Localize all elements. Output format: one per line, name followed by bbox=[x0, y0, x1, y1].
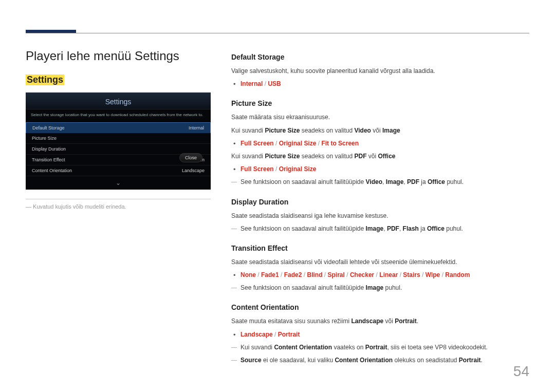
opt-internal: Internal bbox=[240, 80, 263, 87]
device-inner: Settings Select the storage location tha… bbox=[26, 92, 211, 190]
list-item: Landscape / Portrait bbox=[240, 330, 529, 340]
right-column: Default Storage Valige salvestuskoht, ku… bbox=[231, 49, 529, 377]
note-content-orientation-1: Kui suvandi Content Orientation vaateks … bbox=[231, 343, 529, 352]
device-row-value: Landscape bbox=[182, 168, 205, 173]
footnote-text: Kuvatud kujutis võib mudeliti erineda. bbox=[33, 203, 126, 210]
heading-picture-size: Picture Size bbox=[231, 99, 529, 107]
header-accent-bar bbox=[26, 30, 76, 33]
desc-picture-size-2: Kui suvandi Picture Size seadeks on vali… bbox=[231, 126, 529, 136]
separator: / bbox=[265, 80, 266, 87]
header-rule bbox=[26, 33, 529, 33]
desc-default-storage: Valige salvestuskoht, kuhu soovite plane… bbox=[231, 66, 529, 76]
opt-usb: USB bbox=[268, 80, 281, 87]
device-row-label: Content Orientation bbox=[32, 168, 72, 173]
opts-picture-size-b: Full Screen / Original Size bbox=[231, 164, 529, 174]
page-number: 54 bbox=[513, 363, 529, 380]
device-row-picture-size: Picture Size bbox=[26, 133, 211, 144]
note-picture-size: See funktsioon on saadaval ainult failit… bbox=[231, 177, 529, 187]
desc-picture-size-3: Kui suvandi Picture Size seadeks on vali… bbox=[231, 152, 529, 161]
heading-default-storage: Default Storage bbox=[231, 53, 529, 61]
note-display-duration: See funktsioon on saadaval ainult failit… bbox=[231, 224, 529, 234]
close-button: Close bbox=[179, 153, 202, 162]
note-content-orientation-2: Source ei ole saadaval, kui valiku Conte… bbox=[231, 356, 529, 365]
list-item: Full Screen / Original Size bbox=[240, 164, 529, 174]
page-title: Playeri lehe menüü Settings bbox=[26, 49, 211, 63]
list-item: Full Screen / Original Size / Fit to Scr… bbox=[240, 139, 529, 148]
opts-default-storage: Internal / USB bbox=[231, 79, 529, 89]
desc-picture-size-1: Saate määrata sisu ekraanisuuruse. bbox=[231, 113, 529, 122]
page-content: Playeri lehe menüü Settings Settings Set… bbox=[26, 49, 529, 377]
list-item: Internal / USB bbox=[240, 79, 529, 89]
section-highlight: Settings bbox=[26, 74, 64, 85]
desc-display-duration: Saate seadistada slaidiseansi iga lehe k… bbox=[231, 211, 529, 221]
list-item: None / Fade1 / Fade2 / Blind / Spiral / … bbox=[240, 270, 529, 280]
device-row-label: Picture Size bbox=[32, 136, 57, 141]
device-row-content-orientation: Content Orientation Landscape bbox=[26, 165, 211, 176]
device-row-label: Display Duration bbox=[32, 146, 66, 152]
desc-content-orientation: Saate muuta esitatava sisu suunaks režii… bbox=[231, 316, 529, 326]
device-row-default-storage: Default Storage Internal bbox=[26, 122, 211, 134]
device-dialog-subtitle: Select the storage location that you wan… bbox=[26, 109, 211, 123]
device-row-label: Transition Effect bbox=[32, 157, 65, 162]
chevron-down-icon: ⌄ bbox=[26, 176, 211, 190]
heading-content-orientation: Content Orientation bbox=[231, 303, 529, 311]
footnote: ― Kuvatud kujutis võib mudeliti erineda. bbox=[26, 199, 211, 210]
device-row-label: Default Storage bbox=[32, 125, 65, 130]
opts-content-orientation: Landscape / Portrait bbox=[231, 330, 529, 340]
heading-display-duration: Display Duration bbox=[231, 198, 529, 206]
device-dialog-title: Settings bbox=[26, 92, 211, 109]
device-screenshot: Settings Select the storage location tha… bbox=[26, 92, 211, 190]
left-column: Playeri lehe menüü Settings Settings Set… bbox=[26, 49, 211, 377]
heading-transition-effect: Transition Effect bbox=[231, 244, 529, 252]
opts-picture-size-a: Full Screen / Original Size / Fit to Scr… bbox=[231, 139, 529, 148]
note-transition-effect: See funktsioon on saadaval ainult failit… bbox=[231, 283, 529, 293]
device-row-value: Internal bbox=[189, 125, 204, 130]
opts-transition-effect: None / Fade1 / Fade2 / Blind / Spiral / … bbox=[231, 270, 529, 280]
desc-transition-effect: Saate seadistada slaidiseansi või videof… bbox=[231, 257, 529, 267]
